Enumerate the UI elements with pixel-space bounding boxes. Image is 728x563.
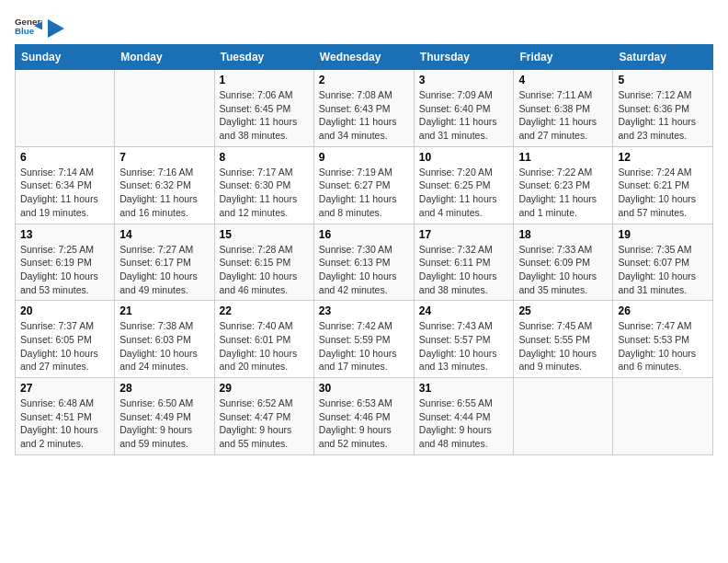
calendar-cell: 24Sunrise: 7:43 AM Sunset: 5:57 PM Dayli… (414, 301, 514, 378)
weekday-header: Sunday (16, 45, 115, 70)
day-detail: Sunrise: 7:19 AM Sunset: 6:27 PM Dayligh… (319, 166, 409, 220)
day-number: 12 (618, 151, 708, 164)
day-number: 10 (419, 151, 509, 164)
day-detail: Sunrise: 7:06 AM Sunset: 6:45 PM Dayligh… (220, 88, 309, 143)
day-detail: Sunrise: 7:40 AM Sunset: 6:01 PM Dayligh… (220, 319, 309, 373)
calendar-body: 1Sunrise: 7:06 AM Sunset: 6:45 PM Daylig… (16, 70, 713, 455)
calendar-cell: 18Sunrise: 7:33 AM Sunset: 6:09 PM Dayli… (514, 224, 613, 301)
calendar-cell (514, 378, 613, 455)
day-number: 5 (618, 74, 708, 86)
day-detail: Sunrise: 7:22 AM Sunset: 6:23 PM Dayligh… (518, 166, 608, 220)
day-number: 9 (319, 151, 409, 164)
svg-text:Blue: Blue (15, 26, 35, 36)
calendar-header-row: SundayMondayTuesdayWednesdayThursdayFrid… (16, 45, 713, 70)
calendar-week-row: 1Sunrise: 7:06 AM Sunset: 6:45 PM Daylig… (16, 70, 713, 147)
day-detail: Sunrise: 7:37 AM Sunset: 6:05 PM Dayligh… (20, 319, 109, 373)
day-detail: Sunrise: 7:32 AM Sunset: 6:11 PM Dayligh… (419, 243, 509, 297)
day-number: 29 (220, 382, 309, 395)
day-detail: Sunrise: 7:12 AM Sunset: 6:36 PM Dayligh… (618, 88, 708, 143)
calendar-cell: 1Sunrise: 7:06 AM Sunset: 6:45 PM Daylig… (214, 70, 313, 147)
day-detail: Sunrise: 7:38 AM Sunset: 6:03 PM Dayligh… (119, 319, 209, 373)
logo: General Blue (15, 15, 64, 37)
day-detail: Sunrise: 7:27 AM Sunset: 6:17 PM Dayligh… (119, 243, 209, 297)
day-number: 4 (518, 74, 608, 86)
day-detail: Sunrise: 6:52 AM Sunset: 4:47 PM Dayligh… (220, 396, 309, 451)
day-number: 6 (20, 151, 109, 164)
day-number: 24 (419, 304, 509, 317)
calendar-week-row: 27Sunrise: 6:48 AM Sunset: 4:51 PM Dayli… (16, 378, 713, 455)
calendar-cell: 22Sunrise: 7:40 AM Sunset: 6:01 PM Dayli… (214, 301, 313, 378)
day-number: 11 (518, 151, 608, 164)
day-number: 28 (119, 382, 209, 395)
calendar-week-row: 20Sunrise: 7:37 AM Sunset: 6:05 PM Dayli… (16, 301, 713, 378)
day-detail: Sunrise: 7:33 AM Sunset: 6:09 PM Dayligh… (518, 243, 608, 297)
calendar-cell: 8Sunrise: 7:17 AM Sunset: 6:30 PM Daylig… (214, 146, 313, 224)
weekday-header: Wednesday (313, 45, 414, 70)
day-detail: Sunrise: 7:09 AM Sunset: 6:40 PM Dayligh… (419, 88, 509, 143)
weekday-header: Saturday (613, 45, 713, 70)
calendar-cell: 16Sunrise: 7:30 AM Sunset: 6:13 PM Dayli… (313, 224, 414, 301)
logo-arrow-icon (48, 19, 64, 38)
calendar-table: SundayMondayTuesdayWednesdayThursdayFrid… (15, 44, 713, 455)
calendar-cell: 30Sunrise: 6:53 AM Sunset: 4:46 PM Dayli… (313, 378, 414, 455)
day-detail: Sunrise: 6:53 AM Sunset: 4:46 PM Dayligh… (319, 396, 409, 451)
calendar-cell: 14Sunrise: 7:27 AM Sunset: 6:17 PM Dayli… (115, 224, 214, 301)
day-number: 17 (419, 228, 509, 241)
svg-marker-3 (48, 19, 64, 38)
calendar-cell: 26Sunrise: 7:47 AM Sunset: 5:53 PM Dayli… (613, 301, 713, 378)
weekday-header: Monday (115, 45, 214, 70)
calendar-cell: 12Sunrise: 7:24 AM Sunset: 6:21 PM Dayli… (613, 146, 713, 224)
day-detail: Sunrise: 7:28 AM Sunset: 6:15 PM Dayligh… (220, 243, 309, 297)
calendar-cell (16, 70, 115, 147)
day-detail: Sunrise: 7:42 AM Sunset: 5:59 PM Dayligh… (319, 319, 409, 373)
calendar-cell: 23Sunrise: 7:42 AM Sunset: 5:59 PM Dayli… (313, 301, 414, 378)
day-number: 14 (119, 228, 209, 241)
calendar-cell (613, 378, 713, 455)
calendar-cell: 7Sunrise: 7:16 AM Sunset: 6:32 PM Daylig… (115, 146, 214, 224)
weekday-header: Tuesday (214, 45, 313, 70)
day-detail: Sunrise: 7:24 AM Sunset: 6:21 PM Dayligh… (618, 166, 708, 220)
calendar-cell: 20Sunrise: 7:37 AM Sunset: 6:05 PM Dayli… (16, 301, 115, 378)
day-number: 2 (319, 74, 409, 86)
calendar-cell: 13Sunrise: 7:25 AM Sunset: 6:19 PM Dayli… (16, 224, 115, 301)
logo-icon: General Blue (15, 15, 42, 37)
day-number: 30 (319, 382, 409, 395)
day-number: 1 (220, 74, 309, 86)
day-detail: Sunrise: 7:47 AM Sunset: 5:53 PM Dayligh… (618, 319, 708, 373)
calendar-week-row: 13Sunrise: 7:25 AM Sunset: 6:19 PM Dayli… (16, 224, 713, 301)
day-number: 31 (419, 382, 509, 395)
calendar-cell: 29Sunrise: 6:52 AM Sunset: 4:47 PM Dayli… (214, 378, 313, 455)
day-number: 7 (119, 151, 209, 164)
day-detail: Sunrise: 7:11 AM Sunset: 6:38 PM Dayligh… (518, 88, 608, 143)
day-number: 19 (618, 228, 708, 241)
day-detail: Sunrise: 7:30 AM Sunset: 6:13 PM Dayligh… (319, 243, 409, 297)
calendar-cell: 17Sunrise: 7:32 AM Sunset: 6:11 PM Dayli… (414, 224, 514, 301)
day-detail: Sunrise: 7:43 AM Sunset: 5:57 PM Dayligh… (419, 319, 509, 373)
day-number: 23 (319, 304, 409, 317)
calendar-cell: 19Sunrise: 7:35 AM Sunset: 6:07 PM Dayli… (613, 224, 713, 301)
calendar-cell: 11Sunrise: 7:22 AM Sunset: 6:23 PM Dayli… (514, 146, 613, 224)
day-detail: Sunrise: 7:20 AM Sunset: 6:25 PM Dayligh… (419, 166, 509, 220)
day-number: 18 (518, 228, 608, 241)
calendar-cell: 27Sunrise: 6:48 AM Sunset: 4:51 PM Dayli… (16, 378, 115, 455)
day-number: 27 (20, 382, 109, 395)
calendar-cell: 15Sunrise: 7:28 AM Sunset: 6:15 PM Dayli… (214, 224, 313, 301)
day-detail: Sunrise: 6:50 AM Sunset: 4:49 PM Dayligh… (119, 396, 209, 451)
day-number: 20 (20, 304, 109, 317)
calendar-cell: 3Sunrise: 7:09 AM Sunset: 6:40 PM Daylig… (414, 70, 514, 147)
calendar-cell: 4Sunrise: 7:11 AM Sunset: 6:38 PM Daylig… (514, 70, 613, 147)
day-detail: Sunrise: 7:08 AM Sunset: 6:43 PM Dayligh… (319, 88, 409, 143)
calendar-cell: 31Sunrise: 6:55 AM Sunset: 4:44 PM Dayli… (414, 378, 514, 455)
day-detail: Sunrise: 7:16 AM Sunset: 6:32 PM Dayligh… (119, 166, 209, 220)
calendar-week-row: 6Sunrise: 7:14 AM Sunset: 6:34 PM Daylig… (16, 146, 713, 224)
day-number: 3 (419, 74, 509, 86)
day-number: 21 (119, 304, 209, 317)
calendar-cell: 28Sunrise: 6:50 AM Sunset: 4:49 PM Dayli… (115, 378, 214, 455)
calendar-cell: 5Sunrise: 7:12 AM Sunset: 6:36 PM Daylig… (613, 70, 713, 147)
calendar-cell: 6Sunrise: 7:14 AM Sunset: 6:34 PM Daylig… (16, 146, 115, 224)
calendar-cell: 25Sunrise: 7:45 AM Sunset: 5:55 PM Dayli… (514, 301, 613, 378)
day-number: 15 (220, 228, 309, 241)
day-detail: Sunrise: 7:17 AM Sunset: 6:30 PM Dayligh… (220, 166, 309, 220)
day-detail: Sunrise: 7:35 AM Sunset: 6:07 PM Dayligh… (618, 243, 708, 297)
calendar-cell (115, 70, 214, 147)
